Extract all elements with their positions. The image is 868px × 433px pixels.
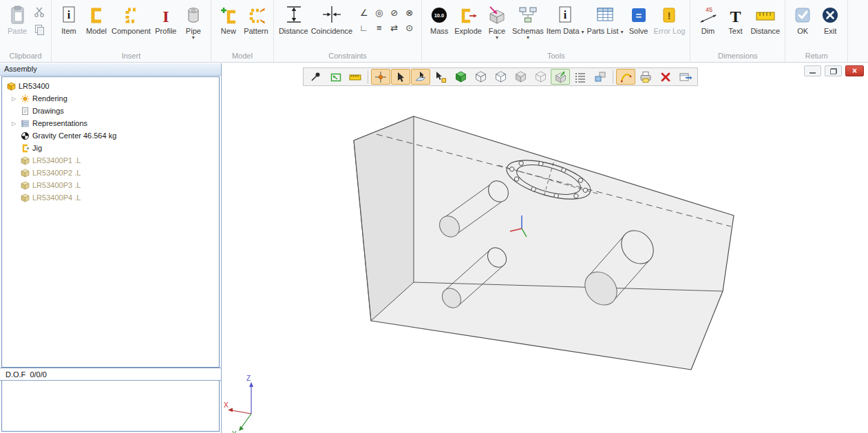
rendering-sun-icon: [20, 94, 30, 103]
ribbon-group-tools: 10.0 Mass Explode Face ▾: [422, 0, 690, 62]
copy-button[interactable]: [32, 22, 46, 36]
error-log-icon: !: [660, 3, 678, 25]
ok-button[interactable]: OK: [789, 1, 816, 43]
viewport-tool-snap-plane[interactable]: [411, 69, 430, 85]
axis-y-label: Y: [232, 430, 237, 433]
cube-solid-icon: [454, 70, 467, 83]
parts-list-dropdown-caret[interactable]: ▾: [621, 29, 624, 35]
viewport-tool-delete[interactable]: [656, 69, 675, 85]
model-left-face[interactable]: [354, 116, 414, 321]
ribbon-group-model: New Pattern Model: [211, 0, 274, 62]
export-view-icon: [679, 71, 693, 83]
ribbon-group-clipboard: Paste Clipboard: [0, 0, 52, 62]
intersect-constraint-button[interactable]: ⊗: [402, 6, 416, 20]
exit-button[interactable]: Exit: [816, 1, 844, 43]
viewport-tool-cube-solid[interactable]: [451, 69, 470, 85]
paste-button[interactable]: Paste: [3, 1, 31, 43]
tree-item-representations[interactable]: ▷ Representations: [2, 117, 219, 129]
viewport[interactable]: Z X Y: [222, 63, 868, 433]
viewport-tool-blocks[interactable]: [591, 69, 610, 85]
assembly-tree: LR53400 ▷ Rendering Drawings ▷ Represent…: [1, 76, 220, 368]
schemas-dropdown-caret[interactable]: ▾: [527, 35, 529, 40]
axis-z-label: Z: [246, 374, 251, 382]
parts-list-button[interactable]: Parts List ▾: [586, 1, 625, 43]
cut-button[interactable]: [32, 5, 46, 19]
viewport-tool-ruler[interactable]: [346, 69, 365, 85]
explode-button[interactable]: Explode: [453, 1, 483, 43]
group-label-tools: Tools: [425, 52, 686, 62]
viewport-tool-export-view[interactable]: [676, 69, 695, 85]
toolbar-separator: [368, 70, 368, 84]
viewport-tool-list[interactable]: [571, 69, 590, 85]
model-c-icon: [87, 3, 106, 25]
viewport-tool-snap-cursor[interactable]: [391, 69, 410, 85]
symmetric-constraint-button[interactable]: ⇄: [387, 21, 401, 35]
tree-item-jig[interactable]: Jig: [2, 142, 219, 154]
viewport-tool-cube-wireframe[interactable]: [471, 69, 490, 85]
viewport-tool-cube-transparent[interactable]: [531, 69, 550, 85]
tree-item-drawings[interactable]: Drawings: [2, 105, 219, 117]
model-button[interactable]: Model: [83, 1, 110, 43]
item-button[interactable]: i Item: [55, 1, 83, 43]
viewport-tool-pin[interactable]: [306, 69, 325, 85]
face-dropdown-caret[interactable]: ▾: [496, 35, 498, 40]
concentric-constraint-button[interactable]: ◎: [372, 6, 386, 20]
distance-dim-button[interactable]: Distance: [749, 1, 781, 43]
mass-button[interactable]: 10.0 Mass: [425, 1, 453, 43]
coincidence-button[interactable]: Coincidence: [310, 1, 354, 43]
viewport-tool-wireframe-curve[interactable]: [616, 69, 635, 85]
solve-button[interactable]: = Solve: [625, 1, 653, 43]
viewport-tool-print[interactable]: [636, 69, 655, 85]
fit-frame-icon: [329, 71, 341, 83]
profile-button[interactable]: I Profile: [152, 1, 180, 43]
clipboard-mini-buttons: [31, 1, 47, 36]
coplanar-constraint-button[interactable]: ⊙: [402, 21, 416, 35]
part-box-icon: [20, 168, 30, 178]
tree-item-root[interactable]: LR53400: [2, 80, 219, 92]
parallel-constraint-button[interactable]: ≡: [372, 21, 386, 35]
tree-item-rendering[interactable]: ▷ Rendering: [2, 92, 219, 105]
viewport-tool-snap-point[interactable]: [371, 69, 390, 85]
svg-text:=: =: [635, 10, 642, 21]
perpendicular-constraint-button[interactable]: ∟: [357, 21, 371, 35]
pipe-dropdown-caret[interactable]: ▾: [192, 35, 195, 40]
dim-button[interactable]: 45 Dim: [694, 1, 721, 43]
restore-button[interactable]: [825, 65, 842, 76]
tree-item-part4[interactable]: LR53400P4 .L: [2, 191, 219, 204]
tangent-constraint-button[interactable]: ⊘: [387, 6, 401, 20]
item-data-dropdown-caret[interactable]: ▾: [582, 29, 584, 35]
viewport-tool-cube-hidden-line[interactable]: [491, 69, 510, 85]
distance-constraint-button[interactable]: Distance: [277, 1, 310, 43]
3d-model-canvas[interactable]: Z X Y: [222, 63, 868, 433]
tree-item-part2[interactable]: LR53400P2 .L: [2, 167, 219, 179]
close-button[interactable]: ×: [845, 65, 864, 76]
component-c-icon: [121, 3, 140, 25]
component-button[interactable]: Component: [110, 1, 152, 43]
3d-model[interactable]: [354, 116, 734, 370]
new-button[interactable]: New: [215, 1, 242, 43]
tree-item-part3[interactable]: LR53400P3 .L: [2, 179, 219, 191]
viewport-tool-fit-frame[interactable]: [326, 69, 345, 85]
item-data-button[interactable]: i Item Data ▾: [545, 1, 586, 43]
angle-constraint-button[interactable]: ∠: [357, 6, 371, 20]
schemas-icon: [518, 3, 538, 25]
error-log-button[interactable]: ! Error Log: [653, 1, 687, 43]
pattern-button[interactable]: Pattern: [242, 1, 270, 43]
viewport-tool-cube-normals[interactable]: [551, 69, 570, 85]
list-icon: [574, 71, 587, 83]
tree-item-gravity-center[interactable]: Gravity Center 46.564 kg: [2, 129, 219, 142]
viewport-tool-select-element[interactable]: [431, 69, 450, 85]
toolbar-separator: [613, 70, 613, 84]
pipe-button[interactable]: Pipe ▾: [180, 1, 207, 43]
text-button[interactable]: T Text: [721, 1, 749, 43]
minimize-button[interactable]: [804, 65, 821, 76]
tree-item-part1[interactable]: LR53400P1 .L: [2, 154, 219, 167]
group-label-model: Model: [215, 52, 270, 62]
item-icon: i: [60, 3, 78, 25]
schemas-button[interactable]: Schemas ▾: [511, 1, 545, 43]
window-controls: ×: [804, 65, 864, 76]
face-button[interactable]: Face ▾: [483, 1, 511, 43]
viewport-tool-cube-shaded[interactable]: [511, 69, 530, 85]
expander-icon[interactable]: ▷: [10, 96, 17, 102]
expander-icon[interactable]: ▷: [10, 120, 17, 127]
